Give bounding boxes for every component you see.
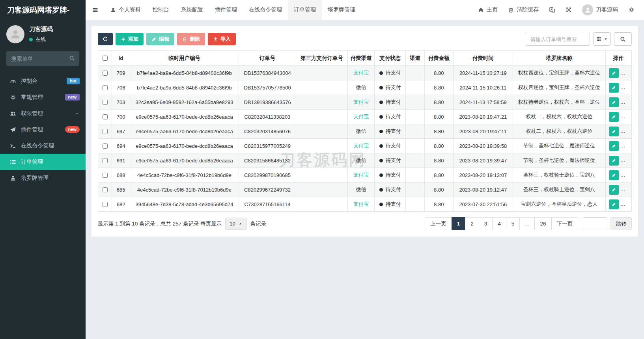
search-icon[interactable]	[69, 55, 75, 61]
jump-page-input[interactable]	[583, 217, 607, 230]
page-1-button[interactable]: 1	[452, 217, 466, 230]
edit-row-button[interactable]	[609, 156, 619, 166]
status-dot-icon	[379, 144, 383, 148]
main-content: 添加 编辑 删除 导入 Id临时用户编号订单号第三方支付订单号付费渠道支付状态渠…	[86, 20, 644, 339]
cell-pay-channel: 微信	[347, 80, 374, 95]
page-2-button[interactable]: 2	[465, 217, 479, 230]
cell-pay-channel: 支付宝	[347, 139, 374, 153]
cell-pay-amount: 8.80	[424, 168, 453, 183]
page-26-button[interactable]: 26	[534, 217, 551, 230]
gear-icon	[628, 7, 635, 13]
edit-button-label: 编辑	[159, 35, 169, 43]
edit-button[interactable]: 编辑	[146, 33, 174, 45]
edit-row-button[interactable]	[609, 199, 619, 209]
nav-tab-tarot[interactable]: 塔罗牌管理	[322, 0, 361, 20]
home-link[interactable]: 主页	[478, 6, 498, 13]
row-checkbox[interactable]	[103, 71, 108, 76]
nav-tab-console[interactable]: 控制台	[147, 0, 175, 20]
cell-third-party-no	[296, 110, 348, 124]
row-checkbox[interactable]	[103, 85, 108, 90]
sidebar-item-console[interactable]: 控制台hot	[0, 73, 86, 89]
edit-row-button[interactable]	[609, 170, 619, 180]
row-checkbox[interactable]	[103, 158, 108, 163]
row-checkbox[interactable]	[103, 202, 108, 207]
pencil-icon	[151, 37, 157, 42]
sidebar-item-plugin[interactable]: 插件管理new	[0, 121, 86, 138]
sidebar-item-order[interactable]: 订单管理	[0, 154, 86, 170]
row-checkbox[interactable]	[103, 114, 108, 119]
cell-order-no: DB13919386643576	[239, 95, 296, 110]
language-button[interactable]	[549, 7, 555, 13]
upload-icon	[213, 37, 218, 42]
sidebar-item-general[interactable]: 常规管理new	[0, 89, 86, 105]
cell-actions	[605, 183, 632, 197]
cell-tarot-names: 权杖待者逆位，权杖六，圣杯三逆位	[513, 95, 605, 110]
sidebar-item-tarot[interactable]: 塔罗牌管理	[0, 170, 86, 186]
toolbar: 添加 编辑 删除 导入	[98, 32, 632, 46]
row-checkbox[interactable]	[103, 100, 108, 105]
fullscreen-button[interactable]	[566, 7, 572, 13]
status-dot-icon	[379, 101, 383, 104]
import-button[interactable]: 导入	[208, 33, 236, 45]
status-dot-icon	[379, 71, 383, 75]
user-icon	[10, 29, 21, 40]
search-button[interactable]	[614, 32, 632, 46]
cell-pay-channel: 支付宝	[347, 168, 374, 183]
edit-row-button[interactable]	[609, 83, 619, 93]
edit-row-button[interactable]	[609, 97, 619, 107]
cell-order-no: C730287165166114	[239, 197, 296, 212]
nav-tab-profile[interactable]: 个人资料	[105, 0, 147, 20]
cell-pay-time: 2024-11-15 10:26:11	[453, 80, 513, 95]
page-size-dropdown[interactable]: 10	[225, 218, 246, 230]
delete-button[interactable]: 删除	[177, 33, 205, 45]
refresh-button[interactable]	[98, 33, 113, 45]
edit-row-button[interactable]	[609, 127, 619, 136]
row-checkbox[interactable]	[103, 129, 108, 134]
sidebar-item-command[interactable]: 在线命令管理	[0, 138, 86, 154]
cell-pay-channel: 微信	[347, 124, 374, 139]
columns-button[interactable]	[593, 32, 611, 46]
row-checkbox[interactable]	[103, 173, 108, 178]
cell-actions	[605, 197, 632, 212]
nav-tab-plugin[interactable]: 插件管理	[209, 0, 243, 20]
settings-button[interactable]	[628, 7, 635, 13]
page-4-button[interactable]: 4	[492, 217, 506, 230]
nav-tab-order[interactable]: 订单管理	[288, 0, 322, 20]
edit-row-button[interactable]	[609, 68, 619, 78]
nav-tab-command[interactable]: 在线命令管理	[243, 0, 288, 20]
cell-pay-amount: 8.80	[424, 66, 453, 80]
toolbar-buttons: 添加 编辑 删除 导入	[98, 33, 236, 45]
cell-pay-amount: 8.80	[424, 124, 453, 139]
menu-search-input[interactable]	[6, 51, 79, 66]
edit-row-button[interactable]	[609, 185, 619, 195]
sidebar-item-label: 控制台	[21, 78, 67, 85]
pay-channel-label: 支付宝	[353, 143, 369, 149]
sidebar-item-permission[interactable]: 权限管理	[0, 105, 86, 121]
sidebar-toggle-button[interactable]	[86, 0, 105, 20]
order-search-input[interactable]	[526, 33, 590, 46]
next-page-button[interactable]: 下一页	[551, 217, 579, 230]
nav-tab-system-config[interactable]: 系统配置	[175, 0, 209, 20]
edit-row-button[interactable]	[609, 112, 619, 122]
menu-badge: new	[65, 126, 80, 133]
prev-page-button[interactable]: 上一页	[425, 217, 452, 230]
select-all-checkbox[interactable]	[103, 56, 108, 61]
edit-row-button[interactable]	[609, 141, 619, 151]
cell-select	[98, 168, 112, 183]
cell-channel	[406, 110, 425, 124]
page-5-button[interactable]: 5	[506, 217, 520, 230]
row-checkbox[interactable]	[103, 143, 108, 149]
cell-temp-user-code: e9ce0575-aa63-6170-bede-dcd8b26eaaca	[130, 110, 239, 124]
row-checkbox[interactable]	[103, 187, 108, 192]
cell-actions	[605, 110, 632, 124]
clear-cache-link[interactable]: 清除缓存	[508, 6, 539, 13]
page-3-button[interactable]: 3	[479, 217, 493, 230]
trash-icon	[182, 37, 187, 42]
add-button[interactable]: 添加	[116, 33, 144, 45]
user-menu[interactable]: 刀客源码	[582, 4, 618, 15]
cell-pay-amount: 8.80	[424, 95, 453, 110]
cell-order-no: DB15375705778500	[239, 80, 296, 95]
cell-pay-time: 2023-08-20 19:12:47	[453, 183, 513, 197]
home-icon	[478, 7, 484, 13]
jump-button[interactable]: 跳转	[610, 217, 632, 230]
